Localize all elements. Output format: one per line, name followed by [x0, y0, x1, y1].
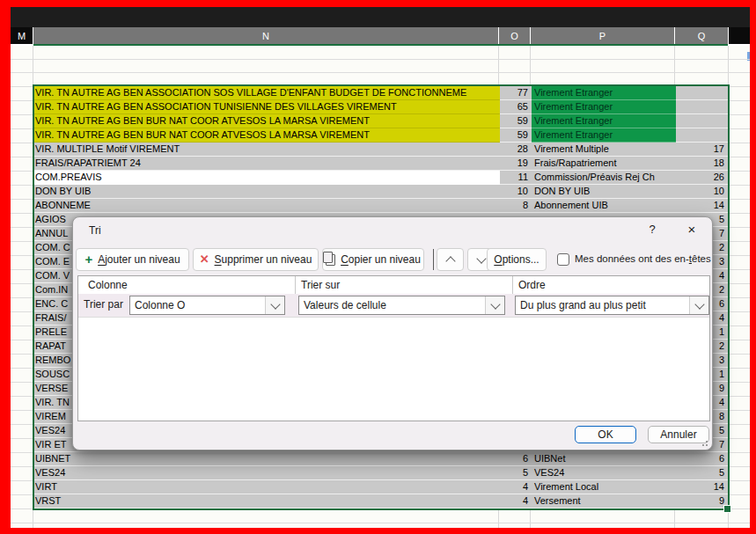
cell-n[interactable]: DON BY UIB — [33, 185, 500, 199]
cell-p[interactable]: Versement — [532, 494, 676, 508]
column-section-header: Colonne — [88, 276, 128, 294]
table-row: DON BY UIB 10 DON BY UIB 10 — [33, 185, 728, 199]
cell-n[interactable]: VES24 — [33, 466, 500, 480]
cell-o[interactable]: 8 — [500, 199, 532, 213]
cell-n[interactable]: VIR. TN AUTRE AG BEN ASSOCIATION TUNISIE… — [33, 100, 500, 114]
column-dropdown[interactable]: Colonne O — [129, 296, 285, 315]
table-row: VIR. MULTIPLE Motif VIREMENT 28 Virement… — [33, 143, 728, 157]
cell-n[interactable]: FRAIS/RAPATRIEMT 24 — [33, 157, 500, 171]
cell-o[interactable]: 77 — [500, 86, 532, 100]
delete-level-label: Supprimer un niveau — [215, 253, 312, 266]
cell-q[interactable]: 17 — [676, 143, 728, 157]
close-icon[interactable]: × — [680, 221, 703, 238]
cell-q[interactable]: 5 — [676, 466, 728, 480]
chevron-down-icon[interactable] — [485, 296, 504, 314]
cell-p[interactable]: Frais/Rapatriement — [532, 157, 676, 171]
chevron-up-icon — [445, 256, 455, 266]
cell-q[interactable] — [676, 100, 728, 114]
sort-on-dropdown[interactable]: Valeurs de cellule — [298, 296, 505, 315]
order-dropdown-value: Du plus grand au plus petit — [520, 299, 646, 311]
add-level-label: Ajouter un niveau — [98, 253, 180, 266]
move-up-button[interactable] — [437, 248, 464, 271]
table-row: UIBNET 6 UIBNet 6 — [33, 452, 728, 466]
cell-o[interactable]: 19 — [500, 157, 532, 171]
options-label: Options... — [494, 253, 539, 266]
copy-icon — [326, 254, 335, 266]
order-section-header: Ordre — [518, 276, 546, 294]
cell-p[interactable]: Virement Local — [532, 480, 676, 494]
cell-q[interactable]: 10 — [676, 185, 728, 199]
cell-n[interactable]: UIBNET — [33, 452, 500, 466]
cell-q[interactable] — [676, 114, 728, 128]
headers-checkbox-label[interactable]: Mes données ont des en-têtes — [575, 253, 711, 264]
cell-o[interactable]: 6 — [500, 452, 532, 466]
options-button[interactable]: Options... — [487, 248, 547, 271]
column-dropdown-value: Colonne O — [135, 299, 185, 311]
cell-p[interactable]: Abonnement UIB — [532, 199, 676, 213]
cell-o[interactable]: 65 — [500, 100, 532, 114]
chevron-down-icon — [476, 253, 486, 263]
sort-levels-panel: Colonne Trier sur Ordre Trier par Colonn… — [77, 275, 710, 421]
cell-p[interactable]: Virement Etranger — [532, 86, 676, 100]
cell-p[interactable]: DON BY UIB — [532, 185, 676, 199]
cell-p[interactable]: Virement Etranger — [532, 100, 676, 114]
cell-p[interactable]: VES24 — [532, 466, 676, 480]
cell-n[interactable]: ABONNEME — [33, 199, 500, 213]
cell-q[interactable]: 14 — [676, 199, 728, 213]
cell-n[interactable]: VRST — [33, 494, 500, 508]
dialog-title: Tri — [89, 224, 101, 237]
chevron-down-icon[interactable] — [689, 296, 708, 314]
fill-handle[interactable] — [723, 505, 731, 513]
cell-q[interactable] — [676, 128, 728, 143]
cell-q[interactable]: 18 — [676, 157, 728, 171]
add-level-button[interactable]: + Ajouter un niveau — [76, 248, 189, 271]
cell-n[interactable]: VIR. TN AUTRE AG BEN BUR NAT COOR ATVESO… — [33, 114, 500, 128]
delete-level-button[interactable]: ✕ Supprimer un niveau — [193, 248, 319, 271]
cell-o[interactable]: 10 — [500, 185, 532, 199]
delete-x-icon: ✕ — [200, 254, 209, 265]
table-row: VES24 5 VES24 5 — [33, 466, 728, 480]
help-button[interactable]: ? — [643, 223, 661, 238]
sort-by-label: Trier par — [84, 298, 123, 311]
cell-o[interactable]: 4 — [500, 494, 532, 508]
cell-o[interactable]: 5 — [500, 466, 532, 480]
cell-p[interactable]: Commission/Préavis Rej Ch — [532, 171, 676, 185]
cell-n[interactable]: VIRT — [33, 480, 500, 494]
table-row: VIR. TN AUTRE AG BEN ASSOCIATION SOS VIL… — [33, 86, 728, 100]
table-row: ABONNEME 8 Abonnement UIB 14 — [33, 199, 728, 213]
resize-grip-icon[interactable] — [700, 438, 708, 446]
table-row: VIR. TN AUTRE AG BEN ASSOCIATION TUNISIE… — [33, 100, 728, 114]
cell-p[interactable]: Virement Multiple — [532, 143, 676, 157]
cell-p[interactable]: Virement Etranger — [532, 128, 676, 143]
table-row: FRAIS/RAPATRIEMT 24 19 Frais/Rapatriemen… — [33, 157, 728, 171]
cell-n[interactable]: VIR. MULTIPLE Motif VIREMENT — [33, 143, 500, 157]
cell-n[interactable]: VIR. TN AUTRE AG BEN ASSOCIATION SOS VIL… — [33, 86, 500, 100]
toolbar-separator — [433, 249, 434, 270]
spreadsheet-area: M N O P Q VIR. TN AUTRE AG BEN ASSOCIATI… — [11, 7, 750, 528]
sort-on-section-header: Trier sur — [301, 276, 340, 294]
table-row: VIR. TN AUTRE AG BEN BUR NAT COOR ATVESO… — [33, 114, 728, 128]
ok-button[interactable]: OK — [575, 426, 636, 443]
cell-q[interactable]: 14 — [676, 480, 728, 494]
cell-o[interactable]: 11 — [500, 171, 532, 185]
cell-o[interactable]: 28 — [500, 143, 532, 157]
sort-on-dropdown-value: Valeurs de cellule — [304, 299, 386, 311]
headers-checkbox[interactable] — [557, 253, 569, 266]
order-dropdown[interactable]: Du plus grand au plus petit — [515, 296, 709, 315]
cell-p[interactable]: Virement Etranger — [532, 114, 676, 128]
cell-o[interactable]: 59 — [500, 114, 532, 128]
plus-icon: + — [84, 254, 92, 265]
chevron-down-icon[interactable] — [265, 296, 284, 314]
table-row: VIR. TN AUTRE AG BEN BUR NAT COOR ATVESO… — [33, 128, 728, 143]
cell-q[interactable]: 6 — [676, 452, 728, 466]
cell-o[interactable]: 59 — [500, 128, 532, 143]
copy-level-button[interactable]: Copier un niveau — [322, 248, 424, 271]
cell-p[interactable]: UIBNet — [532, 452, 676, 466]
table-row: VRST 4 Versement 9 — [33, 494, 728, 508]
cell-n[interactable]: VIR. TN AUTRE AG BEN BUR NAT COOR ATVESO… — [33, 128, 500, 143]
cell-n[interactable]: COM.PREAVIS — [33, 171, 500, 185]
cell-q[interactable]: 26 — [676, 171, 728, 185]
cell-q[interactable] — [676, 86, 728, 100]
cell-q[interactable]: 9 — [676, 494, 728, 508]
cell-o[interactable]: 4 — [500, 480, 532, 494]
